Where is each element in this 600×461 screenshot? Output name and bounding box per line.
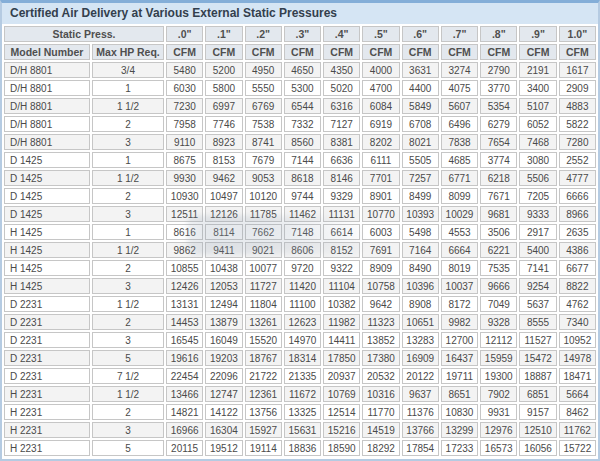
cfm-value-cell: 10029	[441, 206, 478, 222]
cfm-value-cell: 10396	[402, 278, 439, 294]
cfm-value-cell: 4685	[441, 152, 478, 168]
table-row: H 22313169661630415927156311521614519137…	[4, 422, 596, 438]
cfm-value-cell: 18767	[245, 350, 282, 366]
cfm-value-cell: 16056	[519, 440, 556, 456]
cfm-value-cell: 10930	[166, 188, 203, 204]
cfm-value-cell: 3274	[441, 62, 478, 78]
cfm-value-cell: 5550	[245, 80, 282, 96]
model-number-cell: H 2231	[4, 422, 90, 438]
cfm-unit-header-cell: CFM	[245, 44, 282, 60]
cfm-value-cell: 3506	[480, 224, 517, 240]
model-number-cell: D 2231	[4, 332, 90, 348]
cfm-value-cell: 8099	[441, 188, 478, 204]
cfm-value-cell: 19616	[166, 350, 203, 366]
cfm-value-cell: 15959	[480, 350, 517, 366]
cfm-value-cell: 8908	[402, 296, 439, 312]
cfm-value-cell: 11770	[362, 404, 399, 420]
cfm-value-cell: 12426	[166, 278, 203, 294]
static-pressure-header-row: Static Press. .0".1".2".3".4".5".6".7".8…	[4, 26, 596, 42]
cfm-value-cell: 9110	[166, 134, 203, 150]
cfm-value-cell: 6052	[519, 116, 556, 132]
cfm-value-cell: 6708	[402, 116, 439, 132]
air-delivery-panel: Certified Air Delivery at Various Extern…	[0, 0, 600, 461]
cfm-value-cell: 4386	[559, 242, 596, 258]
model-number-cell: H 2231	[4, 386, 90, 402]
cfm-value-cell: 6279	[480, 116, 517, 132]
cfm-value-cell: 8901	[362, 188, 399, 204]
max-hp-cell: 5	[92, 440, 164, 456]
cfm-value-cell: 7144	[284, 152, 321, 168]
model-number-cell: D/H 8801	[4, 134, 90, 150]
cfm-value-cell: 20115	[166, 440, 203, 456]
cfm-value-cell: 5480	[166, 62, 203, 78]
cfm-value-cell: 12976	[480, 422, 517, 438]
cfm-value-cell: 15216	[323, 422, 360, 438]
max-hp-cell: 7 1/2	[92, 368, 164, 384]
model-number-cell: H 1425	[4, 242, 90, 258]
cfm-value-cell: 17854	[402, 440, 439, 456]
cfm-value-cell: 20122	[402, 368, 439, 384]
table-body: D/H 88013/454805200495046504350400036313…	[4, 62, 596, 456]
cfm-value-cell: 6084	[362, 98, 399, 114]
model-number-cell: H 1425	[4, 260, 90, 276]
cfm-value-cell: 16966	[166, 422, 203, 438]
table-row: H 22315201151951219114188361859018292178…	[4, 440, 596, 456]
cfm-value-cell: 18314	[284, 350, 321, 366]
cfm-value-cell: 13852	[362, 332, 399, 348]
cfm-unit-header-cell: CFM	[284, 44, 321, 60]
cfm-value-cell: 18590	[323, 440, 360, 456]
cfm-value-cell: 18471	[559, 368, 596, 384]
cfm-value-cell: 7654	[480, 134, 517, 150]
cfm-value-cell: 16437	[441, 350, 478, 366]
cfm-value-cell: 3774	[480, 152, 517, 168]
cfm-value-cell: 5107	[519, 98, 556, 114]
cfm-value-cell: 9329	[323, 188, 360, 204]
cfm-value-cell: 4950	[245, 62, 282, 78]
cfm-value-cell: 9982	[441, 314, 478, 330]
cfm-value-cell: 8114	[205, 224, 242, 240]
cfm-value-cell: 9411	[205, 242, 242, 258]
table-row: H 22312148211412213756133251251411770113…	[4, 404, 596, 420]
model-number-cell: D/H 8801	[4, 62, 90, 78]
table-row: D 22313165451604915520149701441113852132…	[4, 332, 596, 348]
cfm-value-cell: 10382	[323, 296, 360, 312]
cfm-value-cell: 8923	[205, 134, 242, 150]
cfm-value-cell: 9328	[480, 314, 517, 330]
max-hp-cell: 1	[92, 224, 164, 240]
cfm-value-cell: 16909	[402, 350, 439, 366]
cfm-value-cell: 2790	[480, 62, 517, 78]
max-hp-cell: 5	[92, 350, 164, 366]
cfm-value-cell: 2191	[519, 62, 556, 78]
cfm-value-cell: 15472	[519, 350, 556, 366]
cfm-value-cell: 9157	[519, 404, 556, 420]
cfm-value-cell: 8618	[284, 170, 321, 186]
table-row: D/H 880139110892387418560838182028021783…	[4, 134, 596, 150]
cfm-value-cell: 6664	[441, 242, 478, 258]
cfm-value-cell: 15722	[559, 440, 596, 456]
model-number-cell: D 2231	[4, 368, 90, 384]
cfm-value-cell: 9642	[362, 296, 399, 312]
max-hp-cell: 1	[92, 80, 164, 96]
cfm-value-cell: 19512	[205, 440, 242, 456]
cfm-value-cell: 9053	[245, 170, 282, 186]
cfm-unit-header-cell: CFM	[362, 44, 399, 60]
cfm-value-cell: 17380	[362, 350, 399, 366]
cfm-value-cell: 14978	[559, 350, 596, 366]
max-hp-cell: 3	[92, 278, 164, 294]
max-hp-cell: 2	[92, 404, 164, 420]
pressure-header-cell: .5"	[362, 26, 399, 42]
cfm-value-cell: 8560	[284, 134, 321, 150]
cfm-value-cell: 10037	[441, 278, 478, 294]
pressure-header-cell: .1"	[205, 26, 242, 42]
cfm-value-cell: 6636	[323, 152, 360, 168]
max-hp-cell: 1	[92, 152, 164, 168]
cfm-value-cell: 9720	[284, 260, 321, 276]
table-row: D 22315196161920318767183141785017380169…	[4, 350, 596, 366]
cfm-value-cell: 5849	[402, 98, 439, 114]
pressure-header-cell: .4"	[323, 26, 360, 42]
cfm-value-cell: 6666	[559, 188, 596, 204]
cfm-value-cell: 5664	[559, 386, 596, 402]
cfm-value-cell: 7691	[362, 242, 399, 258]
cfm-value-cell: 14970	[284, 332, 321, 348]
cfm-value-cell: 6544	[284, 98, 321, 114]
